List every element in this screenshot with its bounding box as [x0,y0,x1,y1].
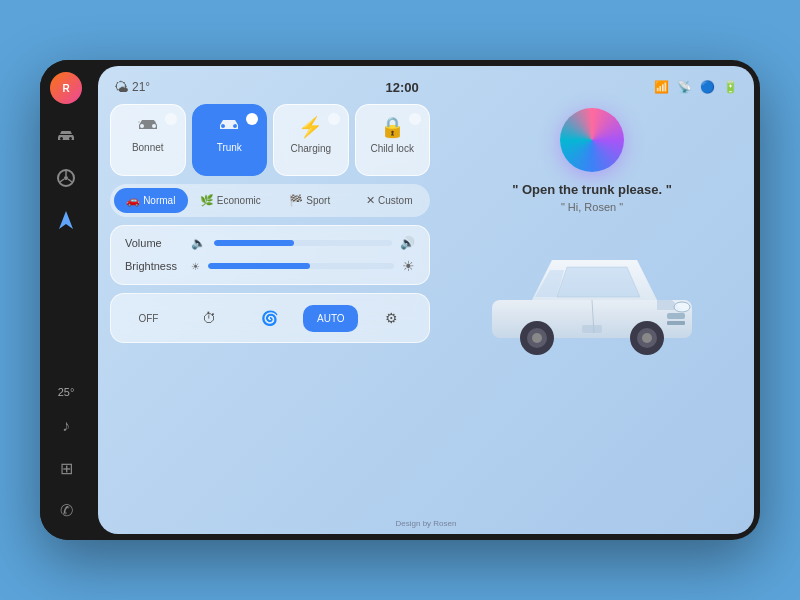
svg-point-13 [532,333,542,343]
economic-mode-icon: 🌿 [200,194,214,207]
volume-low-icon: 🔈 [191,236,206,250]
topbar: 🌤 21° 12:00 📶 📡 🔵 🔋 [98,66,754,104]
volume-label: Volume [125,237,183,249]
weather-icon: 🌤 [114,79,128,95]
avatar[interactable]: R [50,72,82,104]
svg-rect-18 [582,325,602,333]
battery-icon: 🔋 [723,80,738,94]
btn-auto-label: AUTO [317,313,345,324]
sidebar-temp: 25° [58,386,75,398]
siri-orb[interactable] [560,108,624,172]
svg-line-3 [60,179,64,182]
brightness-fill [208,263,310,269]
weather-temp: 21° [132,80,150,94]
car-icon[interactable] [48,118,84,154]
svg-line-4 [68,179,72,182]
brightness-low-icon: ☀ [191,261,200,272]
charging-icon: ⚡ [298,115,323,139]
right-panel: " Open the trunk please. " " Hi, Rosen " [442,104,742,524]
brightness-track[interactable] [208,263,394,269]
voice-sub: " Hi, Rosen " [561,201,623,213]
card-charging[interactable]: ⚡ Charging [273,104,349,176]
bottom-buttons: OFF ⏱ 🌀 AUTO ⚙ [110,293,430,343]
trunk-toggle [246,113,258,125]
svg-point-16 [642,333,652,343]
bluetooth-icon: 🔵 [700,80,715,94]
svg-rect-9 [667,321,685,325]
bonnet-toggle [165,113,177,125]
status-bar: 📶 📡 🔵 🔋 [654,80,738,94]
volume-row: Volume 🔈 🔊 [125,236,415,250]
car-svg [482,225,702,355]
svg-point-10 [674,302,690,312]
btn-timer-icon: ⏱ [202,310,216,326]
charging-label: Charging [290,143,331,154]
btn-off[interactable]: OFF [121,305,176,332]
phone-icon[interactable]: ✆ [48,492,84,528]
trunk-label: Trunk [217,142,242,153]
normal-mode-icon: 🚗 [126,194,140,207]
bonnet-label: Bonnet [132,142,164,153]
sliders-section: Volume 🔈 🔊 Brightness ☀ ☀ [110,225,430,285]
attribution: Design by Rosen [396,519,457,528]
apps-icon[interactable]: ⊞ [48,450,84,486]
car-dashboard-frame: R 25° ♪ ⊞ ✆ [40,60,760,540]
sport-mode-icon: 🏁 [289,194,303,207]
volume-fill [214,240,294,246]
mode-custom[interactable]: ✕ Custom [353,188,427,213]
weather-display: 🌤 21° [114,79,150,95]
btn-auto[interactable]: AUTO [303,305,358,332]
childlock-toggle [409,113,421,125]
normal-mode-label: Normal [143,195,175,206]
mode-normal[interactable]: 🚗 Normal [114,188,188,213]
custom-mode-icon: ✕ [366,194,375,207]
charging-toggle [328,113,340,125]
custom-mode-label: Custom [378,195,412,206]
left-panel: Bonnet Trunk ⚡ [110,104,430,524]
btn-timer[interactable]: ⏱ [182,302,237,334]
volume-track[interactable] [214,240,392,246]
sport-mode-label: Sport [306,195,330,206]
car-image [482,225,702,365]
svg-point-1 [64,176,68,180]
volume-high-icon: 🔊 [400,236,415,250]
drive-modes: 🚗 Normal 🌿 Economic 🏁 Sport ✕ Custom [110,184,430,217]
mode-economic[interactable]: 🌿 Economic [194,188,268,213]
brightness-label: Brightness [125,260,183,272]
card-childlock[interactable]: 🔒 Child lock [355,104,431,176]
btn-fan-icon: 🌀 [261,310,278,326]
mode-sport[interactable]: 🏁 Sport [273,188,347,213]
btn-settings-icon: ⚙ [385,310,398,326]
control-cards: Bonnet Trunk ⚡ [110,104,430,176]
trunk-icon [218,115,240,138]
btn-settings[interactable]: ⚙ [364,302,419,334]
sidebar: R 25° ♪ ⊞ ✆ [40,60,92,540]
brightness-high-icon: ☀ [402,258,415,274]
navigation-icon[interactable] [48,202,84,238]
clock: 12:00 [150,80,654,95]
signal-icon: 📶 [654,80,669,94]
content-area: Bonnet Trunk ⚡ [98,104,754,534]
brightness-row: Brightness ☀ ☀ [125,258,415,274]
btn-off-label: OFF [138,313,158,324]
childlock-icon: 🔒 [380,115,405,139]
economic-mode-label: Economic [217,195,261,206]
main-panel: 🌤 21° 12:00 📶 📡 🔵 🔋 [98,66,754,534]
wifi-icon: 📡 [677,80,692,94]
card-bonnet[interactable]: Bonnet [110,104,186,176]
steering-icon[interactable] [48,160,84,196]
childlock-label: Child lock [371,143,414,154]
card-trunk[interactable]: Trunk [192,104,268,176]
music-icon[interactable]: ♪ [48,408,84,444]
voice-quote: " Open the trunk please. " [512,182,672,197]
svg-marker-5 [59,211,73,229]
bonnet-icon [137,115,159,138]
svg-rect-8 [667,313,685,319]
btn-fan[interactable]: 🌀 [243,302,298,334]
